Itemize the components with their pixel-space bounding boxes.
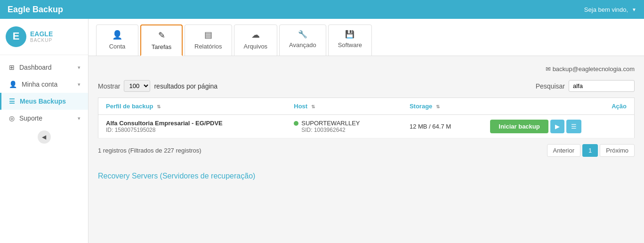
tab-arquivos[interactable]: ☁ Arquivos xyxy=(234,24,278,56)
sidebar-item-dashboard[interactable]: ⊞ Dashboard ▾ xyxy=(0,59,88,76)
collapse-icon: ◀ xyxy=(42,134,46,140)
sidebar-item-label: Meus Backups xyxy=(20,97,66,105)
eagle-logo-icon: E xyxy=(6,26,26,47)
recovery-title: Recovery Servers (Servidores de recupera… xyxy=(98,172,635,180)
tasks-tab-icon: ✎ xyxy=(158,30,165,40)
sidebar: E EAGLE BACKUP ⊞ Dashboard ▾ 👤 Minha con… xyxy=(0,19,89,243)
email-icon: ✉ xyxy=(546,65,553,73)
per-page-select[interactable]: 100 10 25 50 xyxy=(124,80,150,92)
host-sid: SID: 1003962642 xyxy=(301,127,360,133)
tab-label: Relatórios xyxy=(194,43,222,50)
collapse-button[interactable]: ◀ xyxy=(38,130,51,144)
svg-text:E: E xyxy=(13,30,20,42)
col-storage-label: Storage xyxy=(410,103,432,110)
sidebar-item-suporte[interactable]: ◎ Suporte ▾ xyxy=(0,110,88,127)
search-input[interactable] xyxy=(569,80,635,92)
storage-cell: 12 MB / 64.7 M xyxy=(402,115,483,138)
table-header-row: Perfil de backup ⇅ Host ⇅ Storage ⇅ Aç xyxy=(98,98,635,115)
sidebar-item-label: Suporte xyxy=(19,114,42,122)
action-cell: Iniciar backup ▶ ☰ xyxy=(483,115,634,138)
profile-cell: Alfa Consultoria Empresarial - EG/PDVE I… xyxy=(98,115,287,138)
tab-conta[interactable]: 👤 Conta xyxy=(96,24,138,56)
sort-icon[interactable]: ⇅ xyxy=(311,104,315,109)
grid-icon: ⊞ xyxy=(9,64,15,71)
help-icon: ◎ xyxy=(9,114,15,122)
files-tab-icon: ☁ xyxy=(251,30,260,40)
user-greeting: Seja bem vindo, xyxy=(584,6,628,13)
advanced-tab-icon: 🔧 xyxy=(298,30,307,39)
backups-table: Perfil de backup ⇅ Host ⇅ Storage ⇅ Aç xyxy=(98,97,635,138)
storage-value: 12 MB / 64.7 M xyxy=(410,123,451,130)
per-page-label: resultados por página xyxy=(154,82,217,90)
col-profile: Perfil de backup ⇅ xyxy=(98,98,287,115)
record-count: 1 registros (Filtrados de 227 registros) xyxy=(98,147,201,154)
main-layout: E EAGLE BACKUP ⊞ Dashboard ▾ 👤 Minha con… xyxy=(0,19,644,243)
pagination: Anterior 1 Próximo xyxy=(547,144,635,157)
col-host-label: Host xyxy=(294,103,307,110)
user-email: backup@eagletecnologia.com xyxy=(553,65,635,73)
content-area: ✉ backup@eagletecnologia.com Mostrar 100… xyxy=(89,56,644,190)
user-menu[interactable]: Seja bem vindo, ▼ xyxy=(584,6,636,13)
search-controls: Pesquisar xyxy=(536,80,635,92)
profile-id: ID: 1580075195028 xyxy=(106,127,279,133)
tab-relatorios[interactable]: ▤ Relatórios xyxy=(185,24,232,56)
iniciar-backup-button[interactable]: Iniciar backup xyxy=(490,120,548,133)
reports-tab-icon: ▤ xyxy=(204,30,212,40)
host-name: SUPORTEWARLLEY xyxy=(301,120,360,127)
show-controls: Mostrar 100 10 25 50 resultados por pági… xyxy=(98,80,217,92)
tab-label: Tarefas xyxy=(152,43,172,50)
sidebar-collapse[interactable]: ◀ xyxy=(0,127,88,147)
sidebar-logo: E EAGLE BACKUP xyxy=(0,19,88,55)
logo-text: EAGLE BACKUP xyxy=(30,31,53,43)
prev-page-button[interactable]: Anterior xyxy=(547,144,581,157)
profile-name: Alfa Consultoria Empresarial - EG/PDVE xyxy=(106,120,279,127)
topbar: Eagle Backup Seja bem vindo, ▼ xyxy=(0,0,644,19)
chevron-right-icon: ▾ xyxy=(78,81,80,88)
sidebar-item-minha-conta[interactable]: 👤 Minha conta ▾ xyxy=(0,76,88,93)
tab-label: Avançado xyxy=(289,41,316,49)
sort-icon[interactable]: ⇅ xyxy=(157,104,161,109)
software-tab-icon: 💾 xyxy=(345,30,354,39)
app-title: Eagle Backup xyxy=(8,5,63,15)
current-page-button[interactable]: 1 xyxy=(582,144,598,157)
pagination-row: 1 registros (Filtrados de 227 registros)… xyxy=(98,138,635,159)
table-row: Alfa Consultoria Empresarial - EG/PDVE I… xyxy=(98,115,635,138)
search-label: Pesquisar xyxy=(536,82,565,90)
email-bar: ✉ backup@eagletecnologia.com xyxy=(98,65,635,73)
tab-label: Arquivos xyxy=(244,43,268,50)
next-page-button[interactable]: Próximo xyxy=(600,144,635,157)
chevron-down-icon: ▼ xyxy=(632,7,636,12)
sidebar-item-label: Minha conta xyxy=(22,81,57,88)
main-content: 👤 Conta ✎ Tarefas ▤ Relatórios ☁ Arquivo… xyxy=(89,19,644,243)
list-icon: ☰ xyxy=(9,97,15,105)
user-icon: 👤 xyxy=(9,81,17,88)
sort-icon[interactable]: ⇅ xyxy=(436,104,440,109)
status-online-icon xyxy=(294,121,298,126)
col-profile-label: Perfil de backup xyxy=(106,103,153,110)
show-label: Mostrar xyxy=(98,82,120,90)
recovery-section: Recovery Servers (Servidores de recupera… xyxy=(98,172,635,180)
tab-software[interactable]: 💾 Software xyxy=(328,24,372,56)
user-tab-icon: 👤 xyxy=(112,30,122,40)
menu-button[interactable]: ☰ xyxy=(566,120,581,133)
tab-tarefas[interactable]: ✎ Tarefas xyxy=(140,24,183,56)
tab-label: Software xyxy=(338,41,362,49)
col-acao: Ação xyxy=(483,98,634,115)
col-host: Host ⇅ xyxy=(286,98,402,115)
table-controls: Mostrar 100 10 25 50 resultados por pági… xyxy=(98,80,635,92)
col-acao-label: Ação xyxy=(612,103,627,110)
col-storage: Storage ⇅ xyxy=(402,98,483,115)
sidebar-nav: ⊞ Dashboard ▾ 👤 Minha conta ▾ ☰ Meus Bac… xyxy=(0,55,88,127)
sidebar-item-label: Dashboard xyxy=(19,64,52,71)
nav-tabs: 👤 Conta ✎ Tarefas ▤ Relatórios ☁ Arquivo… xyxy=(89,19,644,56)
play-button[interactable]: ▶ xyxy=(550,120,564,133)
chevron-right-icon: ▾ xyxy=(78,115,80,122)
chevron-right-icon: ▾ xyxy=(78,65,80,71)
host-cell: SUPORTEWARLLEY SID: 1003962642 xyxy=(286,115,402,138)
sidebar-item-meus-backups[interactable]: ☰ Meus Backups xyxy=(0,93,88,110)
tab-label: Conta xyxy=(109,43,126,50)
tab-avancado[interactable]: 🔧 Avançado xyxy=(279,24,326,56)
